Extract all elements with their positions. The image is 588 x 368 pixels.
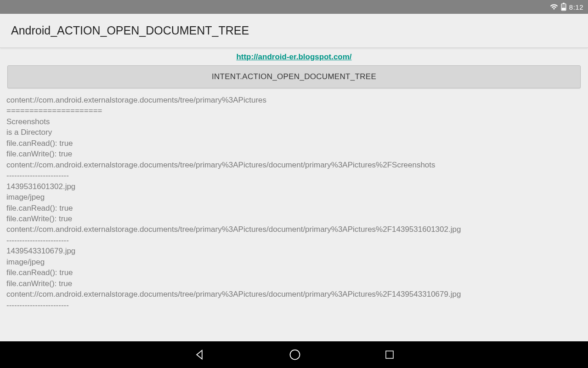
content-area: http://android-er.blogspot.com/ INTENT.A… bbox=[0, 48, 588, 310]
svg-rect-2 bbox=[562, 8, 565, 10]
status-bar: 8:12 bbox=[0, 0, 588, 14]
open-document-tree-button[interactable]: INTENT.ACTION_OPEN_DOCUMENT_TREE bbox=[7, 65, 581, 88]
app-bar: Android_ACTION_OPEN_DOCUMENT_TREE bbox=[0, 14, 588, 48]
home-button[interactable] bbox=[288, 348, 301, 361]
app-title: Android_ACTION_OPEN_DOCUMENT_TREE bbox=[11, 24, 577, 37]
status-time: 8:12 bbox=[569, 3, 583, 11]
navigation-bar bbox=[0, 341, 588, 368]
blog-link[interactable]: http://android-er.blogspot.com/ bbox=[236, 52, 351, 61]
recent-apps-button[interactable] bbox=[384, 349, 395, 360]
wifi-icon bbox=[550, 3, 558, 11]
back-button[interactable] bbox=[193, 348, 206, 361]
link-row: http://android-er.blogspot.com/ bbox=[0, 48, 588, 65]
battery-icon bbox=[561, 3, 566, 11]
output-text: content://com.android.externalstorage.do… bbox=[0, 88, 588, 310]
svg-rect-1 bbox=[563, 3, 565, 4]
svg-rect-4 bbox=[386, 351, 393, 358]
svg-point-3 bbox=[290, 350, 300, 360]
